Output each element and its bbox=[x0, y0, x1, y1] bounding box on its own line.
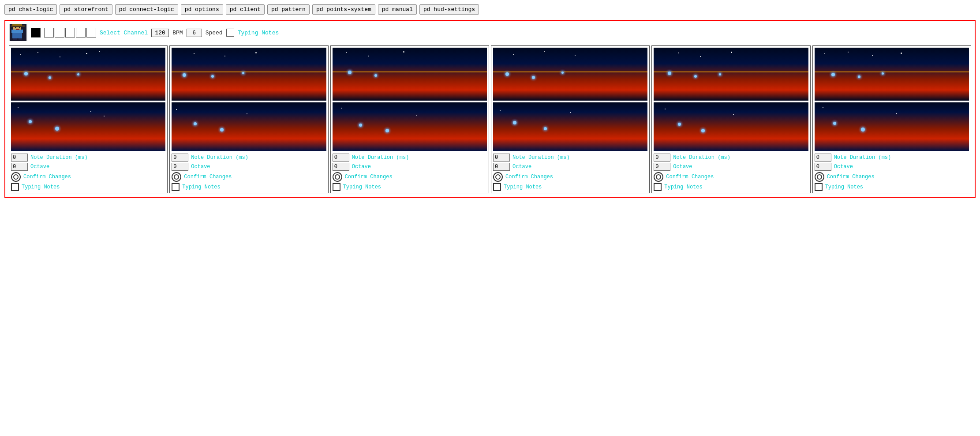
typing-notes-row-4: Typing Notes bbox=[493, 183, 647, 191]
toolbar-typing-notes-checkbox[interactable] bbox=[226, 29, 234, 37]
channel-card-3: Note Duration (ms) Octave Confirm Change… bbox=[330, 45, 489, 193]
nebula-top-2 bbox=[172, 48, 326, 101]
note-duration-input-6[interactable] bbox=[815, 154, 831, 162]
note-duration-label-6: Note Duration (ms) bbox=[834, 154, 891, 161]
confirm-circle-btn-1[interactable] bbox=[11, 172, 21, 182]
confirm-row-3: Confirm Changes bbox=[333, 172, 487, 182]
note-duration-row-2: Note Duration (ms) bbox=[172, 154, 326, 162]
confirm-circle-btn-6[interactable] bbox=[815, 172, 824, 182]
channel-card-1: Note Duration (ms) Octave Confirm Change… bbox=[9, 45, 168, 193]
confirm-row-4: Confirm Changes bbox=[493, 172, 647, 182]
octave-row-6: Octave bbox=[815, 163, 969, 171]
controls-2: Note Duration (ms) Octave Confirm Change… bbox=[172, 154, 326, 191]
bpm-input[interactable]: 120 bbox=[151, 29, 169, 37]
tag-hud-settings[interactable]: pd hud-settings bbox=[419, 4, 479, 15]
note-duration-input-3[interactable] bbox=[333, 154, 349, 162]
octave-input-3[interactable] bbox=[333, 163, 349, 171]
note-duration-row-1: Note Duration (ms) bbox=[11, 154, 165, 162]
note-duration-input-5[interactable] bbox=[654, 154, 670, 162]
controls-3: Note Duration (ms) Octave Confirm Change… bbox=[333, 154, 487, 191]
nebula-bottom-5 bbox=[654, 102, 808, 151]
typing-notes-row-1: Typing Notes bbox=[11, 183, 165, 191]
note-duration-row-4: Note Duration (ms) bbox=[493, 154, 647, 162]
toolbar: Select Channel 120 BPM 6 Speed Typing No… bbox=[9, 24, 971, 41]
channel-sq-1[interactable] bbox=[44, 28, 54, 38]
typing-notes-label-6: Typing Notes bbox=[825, 184, 863, 190]
nebula-bottom-2 bbox=[172, 102, 326, 151]
bpm-label: BPM bbox=[172, 30, 183, 36]
note-duration-label-2: Note Duration (ms) bbox=[191, 154, 248, 161]
tag-connect-logic[interactable]: pd connect-logic bbox=[115, 4, 178, 15]
nebula-top-1 bbox=[11, 48, 165, 101]
note-duration-input-4[interactable] bbox=[493, 154, 510, 162]
confirm-circle-btn-4[interactable] bbox=[493, 172, 503, 182]
channel-squares bbox=[44, 28, 96, 38]
channel-card-6: Note Duration (ms) Octave Confirm Change… bbox=[812, 45, 971, 193]
typing-notes-checkbox-1[interactable] bbox=[11, 183, 19, 191]
typing-notes-label-2: Typing Notes bbox=[182, 184, 220, 190]
channel-sq-5[interactable] bbox=[86, 28, 96, 38]
svg-rect-6 bbox=[15, 27, 16, 28]
octave-row-3: Octave bbox=[333, 163, 487, 171]
nebula-top-6 bbox=[815, 48, 969, 101]
confirm-label-3: Confirm Changes bbox=[345, 174, 393, 180]
octave-input-5[interactable] bbox=[654, 163, 670, 171]
channel-sq-2[interactable] bbox=[55, 28, 64, 38]
tag-manual[interactable]: pd manual bbox=[378, 4, 417, 15]
confirm-label-5: Confirm Changes bbox=[666, 174, 714, 180]
octave-label-6: Octave bbox=[834, 164, 853, 170]
nebula-bottom-3 bbox=[333, 102, 487, 151]
tag-chat-logic[interactable]: pd chat-logic bbox=[4, 4, 57, 15]
channel-card-5: Note Duration (ms) Octave Confirm Change… bbox=[651, 45, 810, 193]
nebula-top-3 bbox=[333, 48, 487, 101]
tag-storefront[interactable]: pd storefront bbox=[60, 4, 112, 15]
channel-card-2: Note Duration (ms) Octave Confirm Change… bbox=[169, 45, 328, 193]
confirm-row-2: Confirm Changes bbox=[172, 172, 326, 182]
svg-rect-4 bbox=[13, 38, 17, 40]
octave-input-6[interactable] bbox=[815, 163, 831, 171]
select-channel-label: Select Channel bbox=[100, 30, 148, 36]
typing-notes-checkbox-4[interactable] bbox=[493, 183, 501, 191]
note-duration-input-2[interactable] bbox=[172, 154, 188, 162]
octave-label-5: Octave bbox=[673, 164, 692, 170]
controls-6: Note Duration (ms) Octave Confirm Change… bbox=[815, 154, 969, 191]
avatar-icon bbox=[9, 24, 27, 41]
octave-input-4[interactable] bbox=[493, 163, 510, 171]
color-swatch[interactable] bbox=[31, 28, 41, 38]
confirm-label-4: Confirm Changes bbox=[505, 174, 553, 180]
nebula-top-4 bbox=[493, 48, 647, 101]
svg-rect-2 bbox=[11, 30, 23, 33]
note-duration-input-1[interactable] bbox=[11, 154, 28, 162]
channel-sq-4[interactable] bbox=[76, 28, 86, 38]
confirm-circle-btn-3[interactable] bbox=[333, 172, 342, 182]
speed-label: Speed bbox=[206, 30, 223, 36]
octave-input-2[interactable] bbox=[172, 163, 188, 171]
svg-rect-3 bbox=[12, 33, 22, 38]
tag-options[interactable]: pd options bbox=[181, 4, 223, 15]
typing-notes-checkbox-5[interactable] bbox=[654, 183, 662, 191]
octave-row-2: Octave bbox=[172, 163, 326, 171]
typing-notes-checkbox-2[interactable] bbox=[172, 183, 180, 191]
typing-notes-label-3: Typing Notes bbox=[343, 184, 381, 190]
confirm-label-6: Confirm Changes bbox=[827, 174, 875, 180]
channel-sq-3[interactable] bbox=[65, 28, 75, 38]
tag-client[interactable]: pd client bbox=[226, 4, 265, 15]
tag-points-system[interactable]: pd points-system bbox=[312, 4, 375, 15]
typing-notes-row-2: Typing Notes bbox=[172, 183, 326, 191]
controls-5: Note Duration (ms) Octave Confirm Change… bbox=[654, 154, 808, 191]
octave-input-1[interactable] bbox=[11, 163, 28, 171]
confirm-circle-btn-5[interactable] bbox=[654, 172, 663, 182]
octave-row-5: Octave bbox=[654, 163, 808, 171]
typing-notes-row-3: Typing Notes bbox=[333, 183, 487, 191]
typing-notes-checkbox-3[interactable] bbox=[333, 183, 340, 191]
typing-notes-row-5: Typing Notes bbox=[654, 183, 808, 191]
speed-input[interactable]: 6 bbox=[187, 29, 202, 37]
confirm-row-6: Confirm Changes bbox=[815, 172, 969, 182]
tag-pattern[interactable]: pd pattern bbox=[267, 4, 310, 15]
note-duration-label-4: Note Duration (ms) bbox=[512, 154, 570, 161]
svg-rect-5 bbox=[19, 38, 22, 40]
confirm-circle-btn-2[interactable] bbox=[172, 172, 181, 182]
typing-notes-checkbox-6[interactable] bbox=[815, 183, 823, 191]
typing-notes-label-5: Typing Notes bbox=[664, 184, 702, 190]
confirm-row-5: Confirm Changes bbox=[654, 172, 808, 182]
